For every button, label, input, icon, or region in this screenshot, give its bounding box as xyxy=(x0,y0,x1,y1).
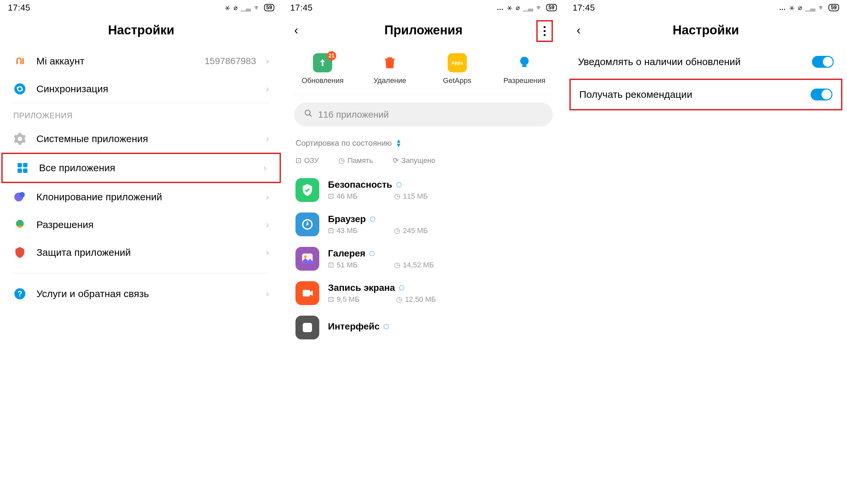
delete-action[interactable]: Удаление xyxy=(356,53,424,85)
more-status-icon: ... xyxy=(779,4,786,12)
page-header: ‹ Приложения xyxy=(282,15,565,47)
page-title: Настройки xyxy=(108,23,174,37)
app-name: Браузер xyxy=(328,214,551,224)
status-bar: 17:45 ... ⚹ ⌀ ▁▃ ᯤ 59 xyxy=(565,0,847,15)
apps-panel: 17:45 ... ⚹ ⌀ ▁▃ ᯤ 59 ‹ Приложения 21 Об… xyxy=(282,0,565,504)
permissions-action[interactable]: Разрешения xyxy=(491,53,558,85)
clock-icon: ◷ xyxy=(394,261,400,269)
wifi-icon: ᯤ xyxy=(254,4,261,12)
system-apps-row[interactable]: Системные приложения › xyxy=(0,125,282,153)
page-title: Настройки xyxy=(673,23,739,37)
permissions-icon xyxy=(13,218,27,231)
chevron-right-icon: › xyxy=(266,247,269,258)
notify-updates-toggle[interactable] xyxy=(812,56,834,68)
status-bar: 17:45 ... ⚹ ⌀ ▁▃ ᯤ 59 xyxy=(282,0,565,15)
wifi-icon: ᯤ xyxy=(818,4,825,12)
sort-control[interactable]: Сортировка по состоянию ▲▼ xyxy=(282,134,565,152)
search-icon xyxy=(304,109,313,120)
sort-arrows-icon: ▲▼ xyxy=(396,139,402,147)
quick-actions: 21 Обновления Удаление Apps GetApps Разр… xyxy=(282,47,565,94)
page-header: Настройки xyxy=(0,15,282,47)
search-input[interactable]: 116 приложений xyxy=(294,103,553,127)
signal-icon: ▁▃ xyxy=(805,4,815,12)
settings-panel: 17:45 ⚹ ⌀ ▁▃ ᯤ 59 Настройки ՈI Mi аккаун… xyxy=(0,0,282,504)
divider xyxy=(12,273,270,273)
clone-icon xyxy=(13,191,27,203)
svg-point-17 xyxy=(304,255,307,258)
chevron-right-icon: › xyxy=(263,163,266,173)
dnd-icon: ⌀ xyxy=(516,4,520,12)
chevron-right-icon: › xyxy=(266,219,269,230)
page-header: ‹ Настройки xyxy=(565,15,847,47)
app-list: Безопасность ⊡46 МБ◷115 МБ Браузер ⊡43 М… xyxy=(282,172,565,346)
app-row[interactable]: Запись экрана ⊡9,5 МБ◷12,50 МБ xyxy=(282,276,565,310)
dnd-icon: ⌀ xyxy=(798,4,802,12)
permissions-row[interactable]: Разрешения › xyxy=(0,211,282,239)
recommendations-toggle[interactable] xyxy=(811,89,832,101)
running-filter[interactable]: ⟳Запущено xyxy=(393,156,435,165)
app-name: Запись экрана xyxy=(328,283,551,293)
memory-filter[interactable]: ◷Память xyxy=(339,156,373,165)
clock-icon: ◷ xyxy=(339,156,345,165)
feedback-row[interactable]: ? Услуги и обратная связь › xyxy=(0,280,282,308)
app-icon xyxy=(295,178,319,202)
notify-updates-row[interactable]: Уведомлять о наличии обновлений xyxy=(565,47,847,77)
permissions-action-icon xyxy=(515,53,534,72)
status-time: 17:45 xyxy=(8,3,31,13)
all-apps-row[interactable]: Все приложения › xyxy=(1,153,281,183)
svg-rect-3 xyxy=(18,168,22,173)
app-row[interactable]: Интерфейс xyxy=(282,310,565,345)
chevron-right-icon: › xyxy=(266,192,269,202)
app-protection-row[interactable]: Защита приложений › xyxy=(0,239,282,266)
getapps-action[interactable]: Apps GetApps xyxy=(424,53,491,85)
svg-rect-11 xyxy=(522,65,527,67)
app-row[interactable]: Галерея ⊡51 МБ◷14,52 МБ xyxy=(282,241,565,276)
more-options-button[interactable] xyxy=(536,20,553,42)
chip-icon: ⊡ xyxy=(328,261,334,269)
ram-filter[interactable]: ⊡ОЗУ xyxy=(295,156,318,165)
divider xyxy=(294,94,553,94)
app-name: Галерея xyxy=(328,248,551,259)
running-icon: ⟳ xyxy=(393,156,399,165)
back-button[interactable]: ‹ xyxy=(577,23,581,37)
svg-point-0 xyxy=(14,83,25,94)
battery-indicator: 59 xyxy=(264,4,275,11)
more-status-icon: ... xyxy=(497,4,504,12)
chip-icon: ⊡ xyxy=(328,227,334,235)
battery-indicator: 59 xyxy=(828,4,839,11)
svg-point-10 xyxy=(520,57,529,66)
clock-icon: ◷ xyxy=(396,295,402,304)
loading-spinner-icon xyxy=(399,285,404,290)
chip-icon: ⊡ xyxy=(328,295,334,304)
recommendations-row[interactable]: Получать рекомендации xyxy=(569,79,842,111)
loading-spinner-icon xyxy=(370,216,375,222)
svg-rect-19 xyxy=(303,323,312,332)
app-row[interactable]: Безопасность ⊡46 МБ◷115 МБ xyxy=(282,173,565,207)
svg-rect-1 xyxy=(18,163,22,167)
clock-icon: ◷ xyxy=(394,227,400,235)
chip-icon: ⊡ xyxy=(295,156,301,165)
app-icon xyxy=(295,281,319,305)
chevron-right-icon: › xyxy=(266,84,269,94)
apps-grid-icon xyxy=(16,161,29,175)
svg-rect-18 xyxy=(303,290,310,296)
sync-row[interactable]: Синхронизация › xyxy=(0,75,282,103)
chip-icon: ⊡ xyxy=(328,192,334,201)
app-row[interactable]: Браузер ⊡43 МБ◷245 МБ xyxy=(282,207,565,241)
apps-section-label: ПРИЛОЖЕНИЯ xyxy=(0,103,282,125)
bluetooth-icon: ⚹ xyxy=(789,4,795,12)
app-clone-row[interactable]: Клонирование приложений › xyxy=(0,183,282,211)
updates-action[interactable]: 21 Обновления xyxy=(289,53,356,85)
app-icon xyxy=(295,316,319,339)
mi-account-row[interactable]: ՈI Mi аккаунт 1597867983 › xyxy=(0,47,282,75)
svg-point-6 xyxy=(19,192,25,198)
bluetooth-icon: ⚹ xyxy=(225,4,230,12)
app-icon xyxy=(295,213,319,236)
loading-spinner-icon xyxy=(369,251,375,256)
sync-icon xyxy=(13,82,27,95)
back-button[interactable]: ‹ xyxy=(294,23,298,37)
updates-badge: 21 xyxy=(327,51,336,60)
chevron-right-icon: › xyxy=(266,133,269,144)
loading-spinner-icon xyxy=(396,182,402,187)
svg-rect-4 xyxy=(23,168,28,173)
